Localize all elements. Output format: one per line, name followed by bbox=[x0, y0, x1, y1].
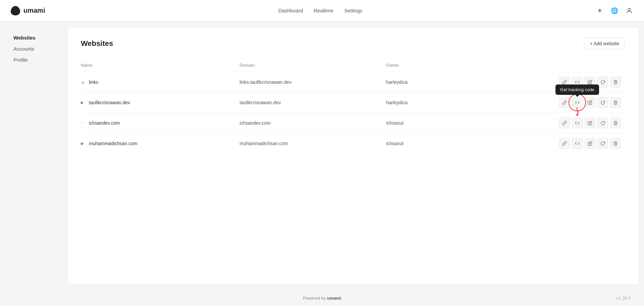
domain-ichsan: ichsandev.com bbox=[239, 113, 386, 133]
owner-links: harleydica bbox=[386, 72, 453, 93]
svg-point-0 bbox=[628, 8, 630, 10]
table-row: ▶ taufikcrisnawan.dev taufikcrisnawan.de… bbox=[81, 93, 625, 113]
website-icon-ichsan: ↑ bbox=[81, 121, 86, 125]
edit-button-row2[interactable] bbox=[585, 97, 595, 108]
refresh-button-row1[interactable] bbox=[597, 77, 608, 87]
footer-brand: umami bbox=[327, 296, 341, 301]
table-header: Name Domain Owner bbox=[81, 60, 625, 72]
refresh-button-row3[interactable] bbox=[597, 118, 608, 128]
sidebar-item-websites[interactable]: Websites bbox=[13, 32, 67, 43]
logo-icon bbox=[11, 6, 20, 15]
code-button-row1[interactable] bbox=[572, 77, 583, 87]
delete-button-row1[interactable] bbox=[610, 77, 621, 87]
footer: Powered by umami v1.39.5 bbox=[0, 290, 644, 306]
delete-button-row2[interactable] bbox=[610, 97, 621, 108]
link-button-row4[interactable] bbox=[559, 138, 570, 149]
sidebar-item-profile[interactable]: Profile bbox=[13, 54, 67, 65]
code-button-row2[interactable]: Get tracking code bbox=[572, 97, 583, 108]
header-actions: ☀ 🌐 bbox=[596, 7, 633, 15]
delete-button-row4[interactable] bbox=[610, 138, 621, 149]
col-name: Name bbox=[81, 60, 239, 72]
page-title: Websites bbox=[81, 39, 113, 48]
owner-muhammadichsan: ichsanul bbox=[386, 133, 453, 154]
main-layout: Websites Accounts Profile Websites + Add… bbox=[0, 21, 644, 290]
link-button-row3[interactable] bbox=[559, 118, 570, 128]
content-header: Websites + Add website bbox=[81, 38, 625, 49]
main-nav: Dashboard Realtime Settings bbox=[278, 8, 363, 13]
table-row: ▲ links links.taufikcrisnawan.dev harley… bbox=[81, 72, 625, 93]
nav-realtime[interactable]: Realtime bbox=[314, 8, 333, 13]
logo[interactable]: umami bbox=[11, 6, 45, 15]
header: umami Dashboard Realtime Settings ☀ 🌐 bbox=[0, 0, 644, 21]
col-actions bbox=[453, 60, 625, 72]
action-buttons-row2: Get tracking code bbox=[453, 97, 621, 108]
nav-dashboard[interactable]: Dashboard bbox=[278, 8, 303, 13]
link-button-row1[interactable] bbox=[559, 77, 570, 87]
language-icon[interactable]: 🌐 bbox=[610, 7, 619, 15]
table-body: ▲ links links.taufikcrisnawan.dev harley… bbox=[81, 72, 625, 154]
website-name-muhammadichsan: ▶ muhammadichsan.com bbox=[81, 141, 235, 146]
action-buttons-row3 bbox=[453, 118, 621, 128]
code-button-row3[interactable] bbox=[572, 118, 583, 128]
website-icon-muhammadichsan: ▶ bbox=[81, 141, 86, 146]
domain-links: links.taufikcrisnawan.dev bbox=[239, 72, 386, 93]
action-buttons-row4 bbox=[453, 138, 621, 149]
domain-taufik: taufikcrisnawan.dev bbox=[239, 93, 386, 113]
delete-button-row3[interactable] bbox=[610, 118, 621, 128]
owner-ichsan: ichsanul bbox=[386, 113, 453, 133]
nav-settings[interactable]: Settings bbox=[344, 8, 362, 13]
edit-button-row3[interactable] bbox=[585, 118, 595, 128]
logo-text: umami bbox=[23, 7, 45, 14]
refresh-button-row4[interactable] bbox=[597, 138, 608, 149]
owner-taufik: harleydica bbox=[386, 93, 453, 113]
content-area: Websites + Add website Name Domain Owner… bbox=[67, 27, 639, 285]
col-domain: Domain bbox=[239, 60, 386, 72]
sidebar: Websites Accounts Profile bbox=[0, 21, 67, 290]
domain-muhammadichsan: muhammadichsan.com bbox=[239, 133, 386, 154]
code-button-row4[interactable] bbox=[572, 138, 583, 149]
table-row: ↑ ichsandev.com ichsandev.com ichsanul bbox=[81, 113, 625, 133]
table-row: ▶ muhammadichsan.com muhammadichsan.com … bbox=[81, 133, 625, 154]
refresh-button-row2[interactable] bbox=[597, 97, 608, 108]
footer-version: v1.39.5 bbox=[616, 296, 631, 301]
edit-button-row4[interactable] bbox=[585, 138, 595, 149]
link-button-row2[interactable] bbox=[559, 97, 570, 108]
website-icon-taufik: ▶ bbox=[81, 100, 86, 105]
websites-table: Name Domain Owner ▲ links links.taufikcr… bbox=[81, 60, 625, 154]
website-name-taufik: ▶ taufikcrisnawan.dev bbox=[81, 100, 235, 105]
user-icon[interactable] bbox=[625, 7, 633, 15]
theme-toggle-icon[interactable]: ☀ bbox=[596, 7, 604, 15]
edit-button-row1[interactable] bbox=[585, 77, 595, 87]
sidebar-item-accounts[interactable]: Accounts bbox=[13, 43, 67, 54]
footer-powered-by: Powered by umami bbox=[303, 296, 341, 301]
col-owner: Owner bbox=[386, 60, 453, 72]
action-buttons-row1 bbox=[453, 77, 621, 87]
website-name-ichsan: ↑ ichsandev.com bbox=[81, 120, 235, 126]
add-website-button[interactable]: + Add website bbox=[584, 38, 625, 49]
website-name-links: ▲ links bbox=[81, 79, 235, 85]
website-icon-links: ▲ bbox=[81, 80, 86, 84]
